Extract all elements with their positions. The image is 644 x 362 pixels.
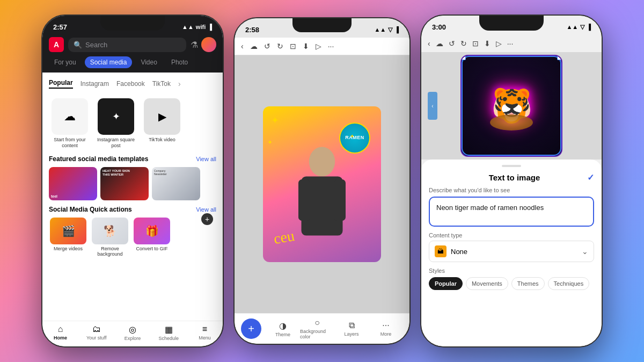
qa-remove-bg-label: Remove background	[91, 246, 129, 258]
subtab-tiktok[interactable]: TikTok	[152, 80, 171, 88]
phone1-time: 2:57	[53, 23, 67, 31]
subtab-popular[interactable]: Popular	[49, 79, 73, 89]
phone3-canvas: ‹ 🐯	[421, 52, 602, 160]
sparkle-3: ✦	[350, 133, 354, 139]
wifi-icon-2: ▽	[388, 26, 392, 33]
tab-for-you[interactable]: For you	[49, 56, 82, 68]
quick-instagram-post[interactable]: ✦ Instagram square post	[95, 98, 137, 149]
user-avatar[interactable]	[201, 37, 216, 52]
signal-icon: ▲▲	[182, 24, 194, 30]
quick-start-label: Start from your content	[49, 137, 91, 149]
tab-social-media[interactable]: Social media	[85, 56, 133, 68]
phone3-redo-icon[interactable]: ↻	[460, 39, 467, 48]
phone2-status-bar: 2:58 ▲▲ ▽ ▐	[235, 18, 409, 38]
quick-tiktok-thumb: ▶	[144, 98, 180, 135]
nav-menu[interactable]: ≡ Menu	[187, 324, 223, 341]
calendar-icon: ▦	[165, 324, 173, 335]
phone2-time: 2:58	[245, 26, 259, 34]
nav-schedule-label: Schedule	[158, 336, 179, 341]
phone3-time: 3:00	[432, 23, 446, 31]
content-type-value: None	[451, 248, 577, 256]
phone2-tool-theme[interactable]: ◑ Theme	[266, 321, 300, 337]
sparkle-1: ✦	[271, 114, 279, 126]
subtab-facebook[interactable]: Facebook	[116, 80, 145, 88]
panel-drag-handle[interactable]	[502, 165, 521, 167]
template-grid: teel HEAT YOUR SKINTHIS WINTER CompanyNe…	[49, 167, 216, 200]
phone3-cloud-icon[interactable]: ☁	[436, 39, 443, 48]
phone3-more-icon[interactable]: ···	[507, 39, 514, 48]
content-type-select[interactable]: 🏔 None ⌄	[429, 241, 594, 262]
frame-icon[interactable]: ⊡	[290, 42, 296, 50]
panel-title: Text to image	[442, 173, 587, 182]
add-element-button[interactable]: +	[241, 318, 261, 339]
panel-confirm-icon[interactable]: ✓	[587, 172, 594, 183]
phone1-status-icons: ▲▲ wifi ▐	[182, 24, 212, 30]
quick-instagram-label: Instagram square post	[95, 137, 137, 149]
qa-plus[interactable]: +	[174, 218, 213, 258]
template-1[interactable]: teel	[49, 167, 97, 200]
more-tabs-icon[interactable]: ›	[178, 79, 181, 88]
download-icon[interactable]: ⬇	[303, 42, 309, 50]
quick-actions-header: Social Media Quick actions View all	[49, 206, 216, 213]
quick-instagram-thumb: ✦	[98, 98, 134, 135]
folder-icon: 🗂	[92, 324, 101, 334]
nav-explore[interactable]: ◎ Explore	[114, 324, 150, 341]
phone2-tool-layers[interactable]: ⧉ Layers	[334, 321, 369, 337]
tab-photo[interactable]: Photo	[166, 56, 193, 68]
quick-actions-view-all[interactable]: View all	[196, 206, 216, 213]
qa-remove-bg[interactable]: 🐕 Remove background	[91, 218, 129, 258]
cloud-icon[interactable]: ☁	[250, 42, 258, 50]
quick-actions-title: Social Media Quick actions	[49, 206, 132, 213]
phone2-bottom-bar: + ◑ Theme ○ Background color ⧉ Layers ··…	[235, 313, 409, 344]
phone3-share-icon[interactable]: ▷	[496, 39, 502, 48]
signal-icon-3: ▲▲	[566, 24, 578, 30]
search-bar[interactable]: 🔍 Search	[68, 38, 186, 52]
style-tab-techniques[interactable]: Techniques	[548, 277, 590, 290]
battery-icon-2: ▐	[394, 26, 399, 33]
quick-tiktok-video[interactable]: ▶ TikTok video	[141, 98, 183, 149]
more-label: More	[380, 331, 392, 337]
featured-view-all[interactable]: View all	[196, 156, 216, 162]
layers-icon: ⧉	[349, 321, 355, 330]
phone2-tool-bg-color[interactable]: ○ Background color	[300, 318, 334, 339]
nav-your-stuff[interactable]: 🗂 Your stuff	[78, 324, 114, 341]
sub-category-tabs: Popular Instagram Facebook TikTok ›	[49, 79, 216, 92]
nav-home[interactable]: ⌂ Home	[42, 324, 78, 341]
subtab-instagram[interactable]: Instagram	[80, 80, 109, 88]
handle-br	[559, 154, 562, 157]
prompt-text: Neon tiger made of ramen noodles	[436, 204, 544, 212]
phone2-canvas: RAMEN ✦ ✦ ✦ ceu	[235, 55, 409, 313]
featured-templates-header: Featured social media templates View all	[49, 155, 216, 163]
phone3-download-icon[interactable]: ⬇	[484, 39, 491, 48]
phone3-back-icon[interactable]: ‹	[428, 39, 430, 48]
phone3-status-bar: 3:00 ▲▲ ▽ ▐	[421, 16, 602, 35]
template-3[interactable]: CompanyNewsletter	[152, 167, 200, 200]
phone1-header: A 🔍 Search ⚗	[42, 35, 223, 56]
template-2[interactable]: HEAT YOUR SKINTHIS WINTER	[100, 167, 149, 200]
more-icon[interactable]: ···	[328, 42, 334, 50]
style-tab-popular[interactable]: Popular	[429, 277, 463, 290]
qa-convert-gif[interactable]: 🎁 Convert to GIF	[133, 218, 171, 258]
phone-2: 2:58 ▲▲ ▽ ▐ ‹ ☁ ↺ ↻ ⊡ ⬇ ▷ ··· RAMEN	[233, 17, 411, 345]
left-handle[interactable]: ‹	[428, 92, 437, 120]
quick-start-items: ☁ Start from your content ✦ Instagram sq…	[49, 98, 216, 149]
qa-merge-videos[interactable]: 🎬 Merge videos	[49, 218, 87, 258]
home-icon: ⌂	[58, 324, 63, 334]
quick-start-from-content[interactable]: ☁ Start from your content	[49, 98, 91, 149]
style-tab-themes[interactable]: Themes	[511, 277, 545, 290]
phone3-frame-icon[interactable]: ⊡	[472, 39, 479, 48]
phone3-undo-icon[interactable]: ↺	[449, 39, 455, 48]
nav-menu-label: Menu	[199, 335, 211, 341]
phone2-tool-more[interactable]: ··· More	[369, 321, 403, 337]
back-icon[interactable]: ‹	[241, 42, 244, 50]
tab-video[interactable]: Video	[135, 56, 162, 68]
wifi-icon: wifi	[196, 24, 206, 30]
nav-schedule[interactable]: ▦ Schedule	[151, 324, 187, 341]
phone1-content: Popular Instagram Facebook TikTok › ☁ St…	[42, 73, 223, 321]
prompt-input[interactable]: Neon tiger made of ramen noodles	[429, 197, 594, 227]
redo-icon[interactable]: ↻	[277, 42, 283, 50]
style-tab-movements[interactable]: Movements	[466, 277, 508, 290]
qa-merge-label: Merge videos	[54, 246, 83, 252]
undo-icon[interactable]: ↺	[264, 42, 270, 50]
share-icon[interactable]: ▷	[316, 42, 321, 50]
